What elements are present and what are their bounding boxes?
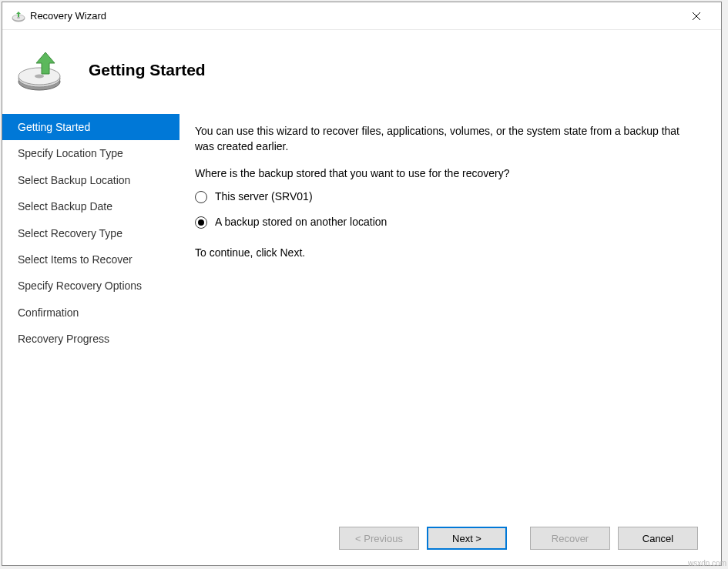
wizard-content: You can use this wizard to recover files… bbox=[179, 111, 721, 511]
previous-button[interactable]: < Previous bbox=[339, 527, 419, 550]
continue-text: To continue, click Next. bbox=[195, 246, 698, 261]
watermark: wsxdn.com bbox=[688, 559, 726, 567]
step-select-items-to-recover[interactable]: Select Items to Recover bbox=[2, 246, 179, 273]
radio-label-this-server: This server (SRV01) bbox=[215, 189, 313, 205]
question-text: Where is the backup stored that you want… bbox=[195, 166, 698, 182]
radio-another-location[interactable]: A backup stored on another location bbox=[195, 215, 698, 230]
close-button[interactable] bbox=[681, 4, 712, 28]
cancel-button[interactable]: Cancel bbox=[618, 527, 698, 550]
step-select-backup-location[interactable]: Select Backup Location bbox=[2, 167, 179, 193]
wizard-header: Getting Started bbox=[2, 30, 721, 111]
step-specify-location-type[interactable]: Specify Location Type bbox=[2, 140, 179, 166]
radio-label-another-location: A backup stored on another location bbox=[215, 215, 387, 230]
next-button[interactable]: Next > bbox=[427, 527, 507, 550]
radio-icon bbox=[195, 191, 207, 203]
close-icon bbox=[692, 12, 701, 21]
radio-this-server[interactable]: This server (SRV01) bbox=[195, 189, 698, 205]
titlebar: Recovery Wizard bbox=[2, 2, 721, 30]
wizard-body: Getting Started Specify Location Type Se… bbox=[2, 111, 721, 511]
wizard-footer: < Previous Next > Recover Cancel bbox=[2, 511, 721, 565]
recover-button[interactable]: Recover bbox=[530, 527, 610, 550]
window-title: Recovery Wizard bbox=[30, 10, 681, 22]
step-confirmation[interactable]: Confirmation bbox=[2, 300, 179, 326]
page-title: Getting Started bbox=[89, 61, 206, 79]
recovery-icon bbox=[12, 9, 25, 23]
recovery-wizard-window: Recovery Wizard Getting Started Getting … bbox=[2, 2, 722, 566]
radio-icon bbox=[195, 216, 207, 229]
wizard-steps-sidebar: Getting Started Specify Location Type Se… bbox=[2, 111, 179, 511]
svg-point-2 bbox=[17, 17, 20, 18]
svg-point-8 bbox=[35, 74, 44, 78]
step-select-backup-date[interactable]: Select Backup Date bbox=[2, 193, 179, 219]
recovery-large-icon bbox=[16, 49, 62, 92]
intro-text: You can use this wizard to recover files… bbox=[195, 124, 698, 154]
step-specify-recovery-options[interactable]: Specify Recovery Options bbox=[2, 273, 179, 299]
step-getting-started[interactable]: Getting Started bbox=[2, 114, 179, 140]
step-select-recovery-type[interactable]: Select Recovery Type bbox=[2, 220, 179, 246]
step-recovery-progress[interactable]: Recovery Progress bbox=[2, 326, 179, 352]
